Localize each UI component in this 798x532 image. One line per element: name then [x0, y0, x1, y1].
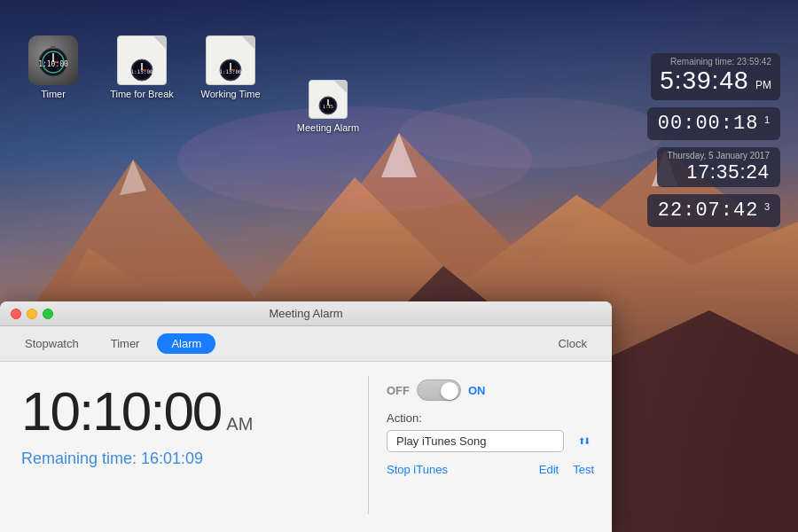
- svg-rect-13: [51, 46, 56, 49]
- alarm-time: 10:10:00: [21, 379, 221, 442]
- svg-point-8: [399, 98, 665, 168]
- main-clock-ampm: PM: [755, 79, 771, 91]
- window-content: 10:10:00 AM Remaining time: 16:01:09 OFF…: [0, 362, 612, 528]
- action-select[interactable]: Play iTunes Song: [387, 430, 564, 452]
- alarm-time-display: 10:10:00 AM: [21, 379, 253, 442]
- working-time-icon-img: 1:15:00: [206, 35, 255, 85]
- stopwatch-index: 1: [764, 114, 770, 125]
- date-time: 17:35:24: [668, 160, 770, 184]
- stopwatch-time: 00:00:18: [658, 113, 759, 135]
- action-select-wrapper: Play iTunes Song ⬆⬇: [387, 430, 594, 452]
- toggle-on-label: ON: [468, 384, 486, 397]
- desktop-icon-time-for-break[interactable]: 1:15:00 Time for Break: [106, 35, 177, 100]
- desktop-icon-timer[interactable]: 1:10:00 Timer: [18, 35, 89, 100]
- close-button[interactable]: [11, 309, 21, 319]
- action-links: Stop iTunes Edit Test: [387, 463, 594, 476]
- alarm-toggle[interactable]: [417, 379, 461, 401]
- desktop-icon-meeting-alarm[interactable]: 1:15 Meeting Alarm: [293, 80, 364, 134]
- minimize-button[interactable]: [27, 309, 37, 319]
- time-for-break-icon-label: Time for Break: [110, 89, 174, 100]
- tab-clock[interactable]: Clock: [544, 333, 601, 354]
- select-arrow-icon: ⬆⬇: [578, 436, 589, 446]
- meeting-alarm-icon-label: Meeting Alarm: [297, 122, 359, 134]
- meeting-alarm-icon-img: 1:15: [309, 80, 348, 119]
- window-title: Meeting Alarm: [269, 307, 342, 320]
- tab-bar: Stopwatch Timer Alarm Clock: [0, 326, 612, 362]
- time-for-break-icon-img: 1:15:00: [117, 35, 167, 85]
- left-panel: 10:10:00 AM Remaining time: 16:01:09: [0, 362, 368, 528]
- toggle-row: OFF ON: [387, 379, 594, 401]
- stopwatch-overlay: 00:00:18 1: [647, 107, 780, 140]
- desktop-icon-working-time[interactable]: 1:15:00 Working Time: [195, 35, 266, 100]
- maximize-button[interactable]: [43, 309, 53, 319]
- stop-itunes-link[interactable]: Stop iTunes: [387, 463, 448, 476]
- clock3-index: 3: [764, 201, 770, 212]
- tab-alarm[interactable]: Alarm: [157, 333, 215, 354]
- action-row: Action: Play iTunes Song ⬆⬇: [387, 411, 594, 452]
- desktop-icons: 1:10:00 Timer 1:15:00 Time for Break: [18, 35, 364, 134]
- working-time-icon-label: Working Time: [200, 89, 260, 100]
- date-overlay: Thursday, 5 January 2017 17:35:24: [657, 147, 780, 187]
- clock3-overlay: 22:07:42 3: [647, 194, 780, 227]
- date-label: Thursday, 5 January 2017: [668, 151, 770, 160]
- right-panel: OFF ON Action: Play iTunes Song ⬆⬇ Stop …: [369, 362, 612, 528]
- tab-timer[interactable]: Timer: [97, 333, 154, 354]
- window-titlebar: Meeting Alarm: [0, 301, 612, 326]
- test-link[interactable]: Test: [573, 463, 594, 476]
- tab-stopwatch[interactable]: Stopwatch: [11, 333, 93, 354]
- action-label: Action:: [387, 411, 594, 425]
- main-clock-time: 5:39:48: [660, 66, 748, 94]
- alarm-ampm: AM: [226, 414, 253, 434]
- main-clock-remaining: Remaining time: 23:59:42: [660, 57, 771, 66]
- app-window: Meeting Alarm Stopwatch Timer Alarm Cloc…: [0, 301, 612, 532]
- toggle-knob: [441, 382, 458, 400]
- traffic-lights: [11, 309, 53, 319]
- timer-icon-label: Timer: [41, 89, 66, 100]
- timer-icon-img: 1:10:00: [28, 35, 78, 85]
- top-right-overlays: Remaining time: 23:59:42 5:39:48 PM 00:0…: [647, 53, 780, 227]
- toggle-off-label: OFF: [387, 384, 410, 397]
- edit-link[interactable]: Edit: [539, 463, 559, 476]
- clock3-time: 22:07:42: [658, 200, 759, 222]
- main-clock-overlay: Remaining time: 23:59:42 5:39:48 PM: [651, 53, 780, 100]
- remaining-time: Remaining time: 16:01:09: [21, 450, 203, 468]
- action-links-right: Edit Test: [539, 463, 594, 476]
